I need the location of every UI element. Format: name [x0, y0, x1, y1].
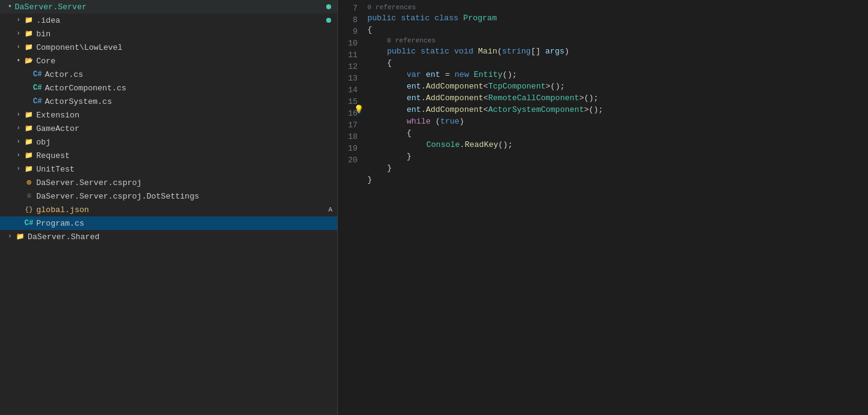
file-explorer[interactable]: ▾ DaServer.Server › 📁 .idea › 📁 bin › 📁 …	[0, 0, 338, 415]
sidebar-item-label: GameActor	[36, 124, 79, 133]
code-line-18[interactable]: }	[367, 151, 856, 162]
chevron-right-icon: ›	[14, 29, 23, 39]
sidebar-item-csproj[interactable]: ⊛ DaServer.Server.csproj	[0, 176, 337, 189]
sidebar-item-label: Component\LowLevel	[36, 43, 122, 52]
fn-main: Main	[478, 47, 497, 56]
type-console: Console	[426, 140, 460, 149]
sidebar-item-actorsystem-cs[interactable]: C# ActorSystem.cs	[0, 95, 337, 108]
brace-close-2: }	[387, 164, 392, 173]
sidebar-item-unittest[interactable]: › 📁 UnitTest	[0, 162, 337, 176]
code-line-19[interactable]: }	[367, 162, 856, 174]
sidebar-item-label: Request	[36, 151, 70, 160]
line-num-20: 20	[338, 154, 358, 166]
sidebar-item-dotsettings[interactable]: ≡ DaServer.Server.csproj.DotSettings	[0, 189, 337, 203]
sidebar-item-component-lowlevel[interactable]: › 📁 Component\LowLevel	[0, 41, 337, 54]
sidebar-item-global-json[interactable]: {} global.json A	[0, 203, 337, 216]
folder-icon: 📁	[23, 124, 34, 133]
status-dot	[326, 4, 331, 9]
code-line-10[interactable]: {	[367, 57, 856, 69]
chevron-right-icon: ›	[14, 137, 23, 147]
sidebar-item-label: UnitTest	[36, 165, 74, 174]
chevron-right-icon: ›	[14, 124, 23, 133]
keyword-string: string	[502, 47, 531, 56]
line-num-9: 9	[338, 26, 358, 38]
code-editor: 7 8 9 10 11 12 13 14 15 16 17 18 19 20 0…	[338, 0, 868, 415]
sidebar-item-extension[interactable]: › 📁 Extension	[0, 108, 337, 122]
code-line-16[interactable]: {	[367, 127, 856, 139]
code-line-11[interactable]: var ent = new Entity();	[367, 69, 856, 81]
type-actorsystemcomponent: ActorSystemComponent	[488, 105, 584, 114]
modified-badge: A	[328, 206, 332, 213]
sidebar-item-program-cs[interactable]: C# Program.cs	[0, 216, 337, 230]
sidebar-item-gameactor[interactable]: › 📁 GameActor	[0, 122, 337, 135]
sidebar-item-label: obj	[36, 138, 50, 147]
chevron-right-icon: ›	[14, 42, 23, 52]
sidebar-item-actor-cs[interactable]: C# Actor.cs	[0, 68, 337, 81]
line-num-13: 13	[338, 73, 358, 84]
keyword-public: public	[387, 47, 416, 56]
sidebar-item-label: .idea	[36, 16, 60, 25]
code-line-9[interactable]: public static void Main(string[] args)	[367, 45, 856, 57]
code-line-17[interactable]: Console.ReadKey();	[367, 139, 856, 151]
code-line-12[interactable]: ent.AddComponent<TcpComponent>();	[367, 81, 856, 92]
keyword-true: true	[440, 117, 459, 126]
sidebar-item-bin[interactable]: › 📁 bin	[0, 27, 337, 41]
chevron-right-icon: ›	[14, 110, 23, 120]
line-num-14: 14	[338, 84, 358, 96]
keyword-void: void	[454, 47, 473, 56]
ref-label-7: 0 references	[367, 2, 856, 12]
fn-addcomponent-remote: AddComponent	[426, 93, 483, 103]
fn-addcomponent-actor: AddComponent	[426, 105, 483, 114]
chevron-right-icon: ›	[5, 232, 15, 242]
folder-icon: 📁	[23, 151, 34, 160]
code-line-20[interactable]: }	[367, 174, 856, 186]
status-dot	[326, 18, 331, 23]
sidebar-item-label: Actor.cs	[45, 70, 83, 79]
lightbulb-icon[interactable]: 💡	[354, 104, 364, 116]
folder-icon: 📁	[23, 164, 34, 174]
keyword-class: class	[434, 12, 458, 24]
chevron-right-icon: ›	[14, 15, 23, 25]
fn-readkey: ReadKey	[464, 140, 498, 149]
sidebar-item-label: DaServer.Server	[15, 2, 87, 12]
var-ent: ent	[426, 70, 440, 79]
csharp-icon: C#	[32, 83, 43, 93]
sidebar-item-daserver-shared[interactable]: › 📁 DaServer.Shared	[0, 230, 337, 243]
code-area[interactable]: 7 8 9 10 11 12 13 14 15 16 17 18 19 20 0…	[338, 0, 868, 415]
code-content[interactable]: 0 references public static class Program…	[367, 2, 868, 415]
keyword-public: public	[367, 12, 396, 24]
folder-icon: 📁	[23, 137, 34, 147]
sidebar-item-daserver-server[interactable]: ▾ DaServer.Server	[0, 0, 337, 14]
folder-icon: 📁	[23, 15, 34, 25]
sidebar-item-actorcomponent-cs[interactable]: C# ActorComponent.cs	[0, 81, 337, 95]
line-num-17: 17	[338, 119, 358, 131]
sidebar-item-label: DaServer.Server.csproj	[36, 178, 142, 188]
line-num-11: 11	[338, 49, 358, 61]
sidebar-item-obj[interactable]: › 📁 obj	[0, 135, 337, 149]
sidebar-item-request[interactable]: › 📁 Request	[0, 149, 337, 162]
code-line-15[interactable]: while (true)	[367, 116, 856, 127]
code-line-7[interactable]: public static class Program	[367, 12, 856, 24]
folder-icon: 📁	[23, 110, 34, 120]
sidebar-item-label: DaServer.Server.csproj.DotSettings	[36, 192, 199, 201]
settings-icon: ≡	[23, 191, 34, 201]
var-ent-4: ent	[407, 105, 421, 114]
type-tcpcomponent: TcpComponent	[488, 82, 546, 91]
brace-close-1: }	[367, 174, 372, 186]
folder-icon: 📁	[23, 29, 34, 39]
code-line-14[interactable]: 💡 ent.AddComponent<ActorSystemComponent>…	[367, 104, 856, 116]
line-numbers: 7 8 9 10 11 12 13 14 15 16 17 18 19 20	[338, 2, 367, 415]
line-num-19: 19	[338, 143, 358, 154]
ref-label-9: 0 references	[367, 36, 856, 45]
sidebar-item-core[interactable]: ▾ 📂 Core	[0, 54, 337, 68]
type-program: Program	[463, 12, 497, 24]
code-line-8[interactable]: {	[367, 24, 856, 36]
line-num-10: 10	[338, 38, 358, 49]
sidebar-item-label: Extension	[36, 111, 79, 120]
sidebar-item-label: Program.cs	[36, 219, 84, 228]
chevron-right-icon: ›	[14, 164, 23, 174]
sidebar-item-idea[interactable]: › 📁 .idea	[0, 14, 337, 27]
code-line-13[interactable]: ent.AddComponent<RemoteCallComponent>();	[367, 92, 856, 104]
keyword-var: var	[407, 70, 421, 79]
sidebar-item-label: Core	[36, 57, 55, 66]
